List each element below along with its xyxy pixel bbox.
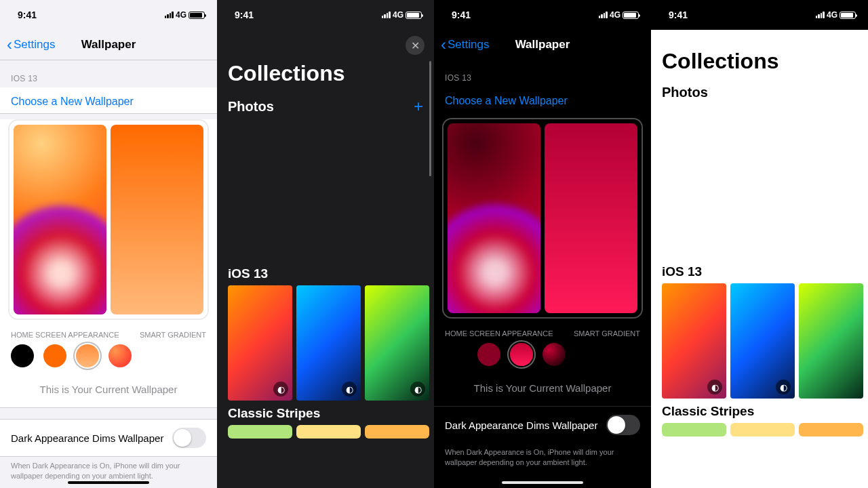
- wallpaper-thumb[interactable]: [662, 423, 726, 436]
- classic-section-title: Classic Stripes: [651, 399, 868, 423]
- current-wallpaper-label: This is Your Current Wallpaper: [0, 374, 217, 407]
- classic-thumbs: [217, 425, 434, 439]
- dynamic-badge-icon: ◐: [707, 380, 722, 394]
- ios13-thumbs: ◐ ◐ ◐: [217, 285, 434, 401]
- swatch-gradient-selected[interactable]: [510, 343, 533, 366]
- classic-section-title: Classic Stripes: [217, 401, 434, 425]
- wallpaper-thumb[interactable]: [799, 283, 863, 399]
- swatch-dark-red[interactable]: [477, 343, 500, 366]
- wallpaper-preview[interactable]: [8, 119, 209, 320]
- status-bar: 9:41 4G: [0, 0, 217, 30]
- nav-title: Wallpaper: [515, 38, 570, 52]
- toggle-switch[interactable]: [606, 415, 640, 435]
- section-header: iOS 13: [0, 60, 217, 87]
- dark-dims-row[interactable]: Dark Appearance Dims Wallpaper: [0, 420, 217, 456]
- photos-header-row[interactable]: Photos +: [217, 94, 434, 119]
- ios13-thumbs: ◐ ◐: [651, 283, 868, 399]
- wallpaper-thumb[interactable]: [365, 425, 429, 439]
- nav-title: Wallpaper: [81, 38, 136, 52]
- collections-title: Collections: [217, 61, 434, 94]
- wallpaper-thumb[interactable]: [228, 425, 292, 439]
- back-button[interactable]: ‹Settings: [441, 37, 489, 53]
- status-time: 9:41: [669, 9, 688, 20]
- status-time: 9:41: [18, 9, 37, 20]
- nav-bar: ‹Settings Wallpaper: [0, 30, 217, 60]
- status-bar: 9:41 4G: [651, 0, 868, 30]
- dynamic-badge-icon: ◐: [273, 382, 288, 396]
- ios13-section-title: iOS 13: [651, 259, 868, 283]
- pane-collections-light: 9:41 4G Collections Photos iOS 13 ◐ ◐ Cl…: [651, 0, 868, 488]
- wallpaper-thumb[interactable]: [799, 423, 863, 436]
- battery-icon: [189, 12, 205, 19]
- color-swatches: [0, 344, 217, 374]
- signal-icon: [165, 12, 174, 18]
- ios13-section-title: iOS 13: [217, 261, 434, 285]
- swatch-black[interactable]: [445, 343, 468, 366]
- network-label: 4G: [610, 10, 620, 20]
- lock-screen-preview: [448, 123, 540, 313]
- signal-icon: [816, 12, 825, 18]
- scroll-indicator[interactable]: [429, 61, 431, 176]
- battery-icon: [406, 12, 422, 19]
- wallpaper-preview[interactable]: [442, 118, 643, 319]
- dynamic-badge-icon: ◐: [410, 382, 425, 396]
- wallpaper-thumb[interactable]: [730, 423, 795, 436]
- choose-wallpaper-link[interactable]: Choose a New Wallpaper: [434, 87, 651, 113]
- footnote: When Dark Appearance is On, iPhone will …: [434, 443, 651, 482]
- battery-icon: [623, 12, 639, 19]
- wallpaper-thumb[interactable]: ◐: [730, 283, 795, 399]
- swatch-orange[interactable]: [43, 344, 66, 367]
- status-time: 9:41: [452, 9, 471, 20]
- swatch-radial[interactable]: [108, 344, 132, 367]
- divider: [0, 113, 217, 114]
- lock-screen-preview: [14, 125, 106, 314]
- wallpaper-thumb[interactable]: ◐: [228, 285, 292, 401]
- home-screen-preview: [545, 123, 637, 313]
- dynamic-badge-icon: ◐: [342, 382, 357, 396]
- back-button[interactable]: ‹Settings: [7, 37, 55, 53]
- nav-bar: ‹Settings Wallpaper: [434, 30, 651, 60]
- wallpaper-thumb[interactable]: [296, 425, 361, 439]
- sheet-header: ✕: [217, 30, 434, 61]
- wallpaper-thumb[interactable]: ◐: [365, 285, 429, 401]
- photos-header-row[interactable]: Photos: [651, 82, 868, 103]
- signal-icon: [382, 12, 391, 18]
- dynamic-badge-icon: ◐: [776, 380, 791, 394]
- close-button[interactable]: ✕: [406, 36, 425, 55]
- wallpaper-thumb[interactable]: ◐: [662, 283, 726, 399]
- chevron-left-icon: ‹: [7, 37, 12, 53]
- signal-icon: [599, 12, 608, 18]
- status-bar: 9:41 4G: [217, 0, 434, 30]
- toggle-switch[interactable]: [172, 428, 206, 448]
- plus-icon[interactable]: +: [414, 97, 423, 116]
- choose-wallpaper-link[interactable]: Choose a New Wallpaper: [0, 87, 217, 113]
- wallpaper-thumb[interactable]: ◐: [296, 285, 361, 401]
- collections-title: Collections: [651, 49, 868, 82]
- appearance-labels: HOME SCREEN APPEARANCE SMART GRADIENT: [0, 328, 217, 344]
- current-wallpaper-label: This is Your Current Wallpaper: [434, 373, 651, 406]
- section-header: iOS 13: [434, 60, 651, 87]
- pane-settings-dark: 9:41 4G ‹Settings Wallpaper iOS 13 Choos…: [434, 0, 651, 488]
- classic-thumbs: [651, 423, 868, 436]
- swatch-radial[interactable]: [542, 343, 566, 366]
- chevron-left-icon: ‹: [441, 37, 446, 53]
- network-label: 4G: [393, 10, 403, 20]
- status-bar: 9:41 4G: [434, 0, 651, 30]
- dark-dims-row[interactable]: Dark Appearance Dims Wallpaper: [434, 407, 651, 443]
- home-screen-preview: [111, 125, 203, 314]
- status-time: 9:41: [235, 9, 254, 20]
- swatch-gradient-selected[interactable]: [76, 344, 99, 367]
- home-indicator[interactable]: [68, 481, 149, 484]
- network-label: 4G: [176, 10, 186, 20]
- pane-collections-dark: 9:41 4G ✕ Collections Photos + iOS 13 ◐ …: [217, 0, 434, 488]
- swatch-black[interactable]: [11, 344, 34, 367]
- home-indicator[interactable]: [502, 481, 583, 484]
- battery-icon: [840, 12, 856, 19]
- appearance-labels: HOME SCREEN APPEARANCE SMART GRADIENT: [434, 327, 651, 343]
- network-label: 4G: [827, 10, 837, 20]
- color-swatches: [434, 343, 651, 373]
- pane-settings-light: 9:41 4G ‹Settings Wallpaper iOS 13 Choos…: [0, 0, 217, 488]
